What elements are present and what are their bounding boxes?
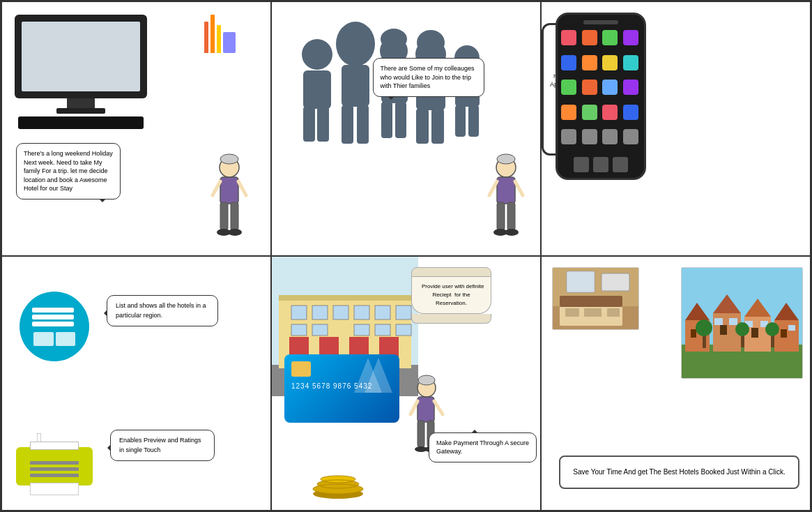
app-icon-6 (582, 55, 597, 70)
svg-rect-85 (565, 308, 579, 317)
phone-apps-icon (613, 157, 628, 172)
app-icon-14 (582, 105, 597, 120)
svg-rect-26 (416, 109, 429, 144)
list-line-2 (32, 315, 74, 319)
bubble-text-cell1: There's a long weekend Holiday Next week… (24, 150, 113, 192)
svg-rect-49 (291, 306, 307, 319)
svg-point-9 (302, 39, 332, 70)
monitor (15, 15, 147, 98)
svg-rect-30 (455, 105, 466, 137)
svg-rect-95 (691, 329, 696, 338)
list-bubble: List and shows all the hotels in a parti… (107, 295, 218, 326)
cell-5-payment-scene: Provide user with definite Reciept for t… (271, 256, 541, 511)
scroll-top-curl (411, 267, 491, 277)
svg-rect-22 (395, 102, 406, 138)
app-icon-13 (561, 105, 576, 120)
cell-6-hotels-scene: Save Your Time And get The Best Hotels B… (541, 256, 811, 511)
app-icon-10 (582, 80, 597, 95)
cell-4-list-scene: List and shows all the hotels in a parti… (1, 256, 271, 511)
printer-bubble: Enables Preview and Ratings in single To… (110, 430, 215, 461)
svg-line-4 (238, 181, 246, 195)
svg-rect-59 (396, 324, 411, 336)
svg-point-14 (343, 40, 368, 65)
coins-pile (310, 464, 366, 502)
keyboard (18, 116, 144, 129)
list-icon-area (20, 292, 89, 361)
svg-rect-11 (303, 107, 315, 142)
svg-rect-53 (375, 306, 390, 319)
list-line-1 (32, 308, 74, 313)
slot-line-1 (30, 461, 79, 465)
app-icon-17 (561, 129, 576, 144)
grid-cell-2 (56, 332, 76, 346)
app-grid (561, 30, 641, 151)
cell-2-group-scene: There are Some of my colleauges who woul… (271, 1, 541, 256)
smartphone-main (556, 13, 646, 180)
svg-rect-57 (354, 324, 369, 336)
list-line-3 (32, 322, 74, 326)
card-decoration (354, 358, 396, 393)
svg-rect-54 (396, 306, 411, 319)
houses-svg (682, 268, 803, 379)
houses-photo (681, 267, 803, 379)
payment-bubble: Make Payment Through A secure Gateway. (429, 432, 537, 462)
svg-rect-15 (342, 65, 369, 107)
list-grid (33, 332, 75, 346)
svg-rect-34 (497, 177, 515, 204)
phone-home-row (574, 157, 628, 172)
room-svg (553, 268, 639, 330)
card-chip (291, 361, 311, 377)
svg-rect-86 (584, 308, 602, 317)
app-icon-19 (602, 129, 618, 144)
svg-point-114 (735, 322, 749, 336)
svg-line-68 (411, 401, 418, 414)
slot-line-2 (30, 467, 79, 471)
receipt-area: Provide user with definite Reciept for t… (411, 267, 491, 324)
svg-point-1 (220, 154, 238, 164)
svg-rect-87 (607, 308, 620, 317)
svg-rect-6 (231, 202, 238, 230)
svg-point-24 (417, 30, 445, 55)
receipt-content: Provide user with definite Reciept for t… (411, 277, 491, 314)
pencil-red (204, 22, 208, 53)
svg-rect-10 (303, 70, 331, 109)
app-icon-11 (602, 80, 618, 95)
svg-rect-38 (507, 202, 515, 230)
svg-point-40 (505, 229, 519, 236)
speech-bubble-cell2: There are Some of my colleauges who woul… (373, 58, 484, 97)
svg-rect-17 (357, 105, 369, 144)
cell-3-phone-scene: Hotel Booking App Simple and easy way to… (541, 1, 811, 256)
svg-rect-51 (333, 306, 348, 319)
svg-rect-84 (560, 296, 622, 307)
svg-point-116 (765, 322, 779, 336)
person-figure-cell1 (209, 152, 250, 250)
save-button-box[interactable]: Save Your Time And get The Best Hotels B… (559, 455, 799, 489)
svg-rect-16 (342, 105, 353, 144)
app-icon-9 (561, 80, 576, 95)
credit-card: 1234 5678 9876 5432 (284, 354, 399, 423)
svg-rect-50 (312, 306, 328, 319)
monitor-area (15, 15, 147, 129)
svg-point-112 (696, 319, 712, 336)
coins-svg (310, 464, 366, 499)
app-icon-3 (602, 30, 618, 45)
paper-out (30, 483, 79, 495)
app-icon-2 (582, 30, 597, 45)
printer-body (16, 447, 93, 485)
hotel-room-photo (552, 267, 639, 330)
list-lines (32, 308, 77, 326)
payment-bubble-text: Make Payment Through A secure Gateway. (436, 439, 529, 455)
svg-rect-110 (788, 325, 795, 331)
paper-in (30, 442, 79, 450)
list-bubble-text: List and shows all the hotels in a parti… (116, 302, 206, 319)
slot-line-3 (30, 474, 79, 477)
storyboard-grid: There's a long weekend Holiday Next week… (0, 0, 812, 512)
bubble-text-cell2: There are Some of my colleauges who woul… (381, 65, 475, 89)
printer-area (16, 433, 93, 485)
svg-line-3 (213, 181, 220, 195)
svg-point-33 (497, 154, 515, 164)
svg-rect-101 (714, 318, 723, 325)
phone-speaker (583, 20, 618, 24)
svg-rect-67 (418, 397, 434, 422)
app-icon-15 (602, 105, 618, 120)
